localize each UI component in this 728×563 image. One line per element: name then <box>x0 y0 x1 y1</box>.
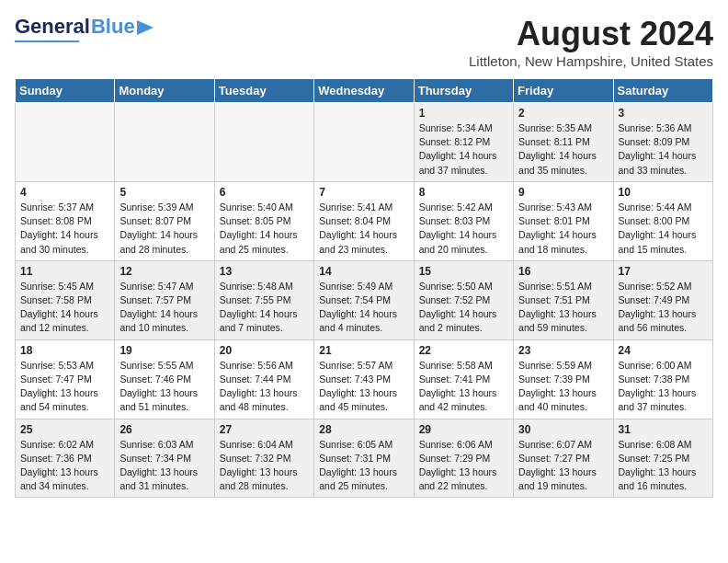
day-info: Sunrise: 5:51 AMSunset: 7:51 PMDaylight:… <box>518 280 608 336</box>
day-info: Sunrise: 5:50 AMSunset: 7:52 PMDaylight:… <box>419 280 508 336</box>
location: Littleton, New Hampshire, United States <box>469 53 713 69</box>
logo-arrow-icon <box>137 20 154 35</box>
day-info: Sunrise: 6:02 AMSunset: 7:36 PMDaylight:… <box>20 438 109 494</box>
calendar-cell: 24Sunrise: 6:00 AMSunset: 7:38 PMDayligh… <box>613 339 712 419</box>
calendar-cell: 9Sunrise: 5:43 AMSunset: 8:01 PMDaylight… <box>514 181 613 260</box>
weekday-header-thursday: Thursday <box>414 79 513 103</box>
day-number: 5 <box>119 186 209 199</box>
day-info: Sunrise: 5:45 AMSunset: 7:58 PMDaylight:… <box>20 280 109 336</box>
calendar-cell: 22Sunrise: 5:58 AMSunset: 7:41 PMDayligh… <box>414 339 513 419</box>
calendar-header: SundayMondayTuesdayWednesdayThursdayFrid… <box>16 79 713 103</box>
calendar-cell: 28Sunrise: 6:05 AMSunset: 7:31 PMDayligh… <box>314 419 414 498</box>
calendar-cell: 30Sunrise: 6:07 AMSunset: 7:27 PMDayligh… <box>514 419 613 498</box>
title-area: August 2024 Littleton, New Hampshire, Un… <box>469 15 713 69</box>
day-number: 27 <box>220 423 309 436</box>
day-info: Sunrise: 5:37 AMSunset: 8:08 PMDaylight:… <box>20 201 109 257</box>
calendar-cell <box>214 103 313 182</box>
day-info: Sunrise: 6:05 AMSunset: 7:31 PMDaylight:… <box>319 438 408 494</box>
calendar-cell: 25Sunrise: 6:02 AMSunset: 7:36 PMDayligh… <box>16 419 115 498</box>
day-number: 14 <box>319 265 408 278</box>
calendar-cell: 16Sunrise: 5:51 AMSunset: 7:51 PMDayligh… <box>514 260 613 339</box>
day-info: Sunrise: 5:47 AMSunset: 7:57 PMDaylight:… <box>119 280 209 336</box>
day-number: 11 <box>20 265 109 278</box>
day-info: Sunrise: 5:41 AMSunset: 8:04 PMDaylight:… <box>319 201 408 257</box>
day-info: Sunrise: 5:35 AMSunset: 8:11 PMDaylight:… <box>518 121 608 178</box>
calendar-cell: 26Sunrise: 6:03 AMSunset: 7:34 PMDayligh… <box>115 419 214 498</box>
calendar-cell: 27Sunrise: 6:04 AMSunset: 7:32 PMDayligh… <box>214 419 313 498</box>
month-year: August 2024 <box>469 15 713 53</box>
calendar-cell: 13Sunrise: 5:48 AMSunset: 7:55 PMDayligh… <box>214 260 313 339</box>
calendar-cell: 7Sunrise: 5:41 AMSunset: 8:04 PMDaylight… <box>314 181 414 260</box>
calendar-body: 1Sunrise: 5:34 AMSunset: 8:12 PMDaylight… <box>16 103 713 498</box>
day-number: 28 <box>319 423 408 436</box>
calendar-cell: 23Sunrise: 5:59 AMSunset: 7:39 PMDayligh… <box>514 339 613 419</box>
calendar-cell <box>314 103 414 182</box>
day-number: 13 <box>220 265 309 278</box>
calendar-cell: 12Sunrise: 5:47 AMSunset: 7:57 PMDayligh… <box>115 260 214 339</box>
weekday-header-friday: Friday <box>514 79 613 103</box>
week-row-3: 11Sunrise: 5:45 AMSunset: 7:58 PMDayligh… <box>16 260 713 339</box>
day-info: Sunrise: 5:44 AMSunset: 8:00 PMDaylight:… <box>619 201 708 257</box>
weekday-header-sunday: Sunday <box>16 79 115 103</box>
day-number: 18 <box>20 344 109 357</box>
calendar-cell: 14Sunrise: 5:49 AMSunset: 7:54 PMDayligh… <box>314 260 414 339</box>
calendar-cell: 31Sunrise: 6:08 AMSunset: 7:25 PMDayligh… <box>613 419 712 498</box>
day-info: Sunrise: 5:49 AMSunset: 7:54 PMDaylight:… <box>319 280 408 336</box>
day-number: 4 <box>20 186 109 199</box>
calendar-cell: 19Sunrise: 5:55 AMSunset: 7:46 PMDayligh… <box>115 339 214 419</box>
day-info: Sunrise: 5:43 AMSunset: 8:01 PMDaylight:… <box>518 201 608 257</box>
calendar-cell: 20Sunrise: 5:56 AMSunset: 7:44 PMDayligh… <box>214 339 313 419</box>
day-number: 26 <box>119 423 209 436</box>
day-number: 17 <box>619 265 708 278</box>
day-number: 10 <box>619 186 708 199</box>
week-row-1: 1Sunrise: 5:34 AMSunset: 8:12 PMDaylight… <box>16 103 713 182</box>
day-info: Sunrise: 6:04 AMSunset: 7:32 PMDaylight:… <box>220 438 309 494</box>
day-number: 24 <box>619 344 708 357</box>
calendar-cell <box>115 103 214 182</box>
day-number: 3 <box>619 107 708 120</box>
day-number: 9 <box>518 186 608 199</box>
day-info: Sunrise: 5:57 AMSunset: 7:43 PMDaylight:… <box>319 359 408 415</box>
day-info: Sunrise: 6:08 AMSunset: 7:25 PMDaylight:… <box>619 438 708 494</box>
calendar-table: SundayMondayTuesdayWednesdayThursdayFrid… <box>15 78 713 498</box>
calendar-cell <box>16 103 115 182</box>
day-info: Sunrise: 6:03 AMSunset: 7:34 PMDaylight:… <box>119 438 209 494</box>
day-number: 12 <box>119 265 209 278</box>
day-info: Sunrise: 5:48 AMSunset: 7:55 PMDaylight:… <box>220 280 309 336</box>
day-number: 7 <box>319 186 408 199</box>
day-number: 30 <box>518 423 608 436</box>
day-number: 2 <box>518 107 608 120</box>
day-number: 22 <box>419 344 508 357</box>
calendar-cell: 3Sunrise: 5:36 AMSunset: 8:09 PMDaylight… <box>613 103 712 182</box>
day-number: 6 <box>220 186 309 199</box>
weekday-header-wednesday: Wednesday <box>314 79 414 103</box>
weekday-row: SundayMondayTuesdayWednesdayThursdayFrid… <box>16 79 713 103</box>
day-number: 31 <box>619 423 708 436</box>
day-number: 21 <box>319 344 408 357</box>
calendar-cell: 2Sunrise: 5:35 AMSunset: 8:11 PMDaylight… <box>514 103 613 182</box>
logo: General Blue <box>15 15 154 42</box>
logo-blue: Blue <box>91 15 135 39</box>
day-info: Sunrise: 5:55 AMSunset: 7:46 PMDaylight:… <box>119 359 209 415</box>
weekday-header-saturday: Saturday <box>613 79 712 103</box>
svg-marker-0 <box>137 20 154 35</box>
calendar-cell: 4Sunrise: 5:37 AMSunset: 8:08 PMDaylight… <box>16 181 115 260</box>
day-number: 25 <box>20 423 109 436</box>
calendar-cell: 11Sunrise: 5:45 AMSunset: 7:58 PMDayligh… <box>16 260 115 339</box>
day-info: Sunrise: 5:36 AMSunset: 8:09 PMDaylight:… <box>619 121 708 178</box>
day-info: Sunrise: 5:56 AMSunset: 7:44 PMDaylight:… <box>220 359 309 415</box>
day-info: Sunrise: 5:52 AMSunset: 7:49 PMDaylight:… <box>619 280 708 336</box>
day-info: Sunrise: 5:39 AMSunset: 8:07 PMDaylight:… <box>119 201 209 257</box>
calendar-cell: 5Sunrise: 5:39 AMSunset: 8:07 PMDaylight… <box>115 181 214 260</box>
week-row-2: 4Sunrise: 5:37 AMSunset: 8:08 PMDaylight… <box>16 181 713 260</box>
day-info: Sunrise: 5:58 AMSunset: 7:41 PMDaylight:… <box>419 359 508 415</box>
day-info: Sunrise: 5:40 AMSunset: 8:05 PMDaylight:… <box>220 201 309 257</box>
day-number: 19 <box>119 344 209 357</box>
calendar-cell: 18Sunrise: 5:53 AMSunset: 7:47 PMDayligh… <box>16 339 115 419</box>
day-number: 23 <box>518 344 608 357</box>
day-info: Sunrise: 5:42 AMSunset: 8:03 PMDaylight:… <box>419 201 508 257</box>
weekday-header-monday: Monday <box>115 79 214 103</box>
day-number: 8 <box>419 186 508 199</box>
page-header: General Blue August 2024 Littleton, New … <box>15 15 713 69</box>
day-number: 15 <box>419 265 508 278</box>
